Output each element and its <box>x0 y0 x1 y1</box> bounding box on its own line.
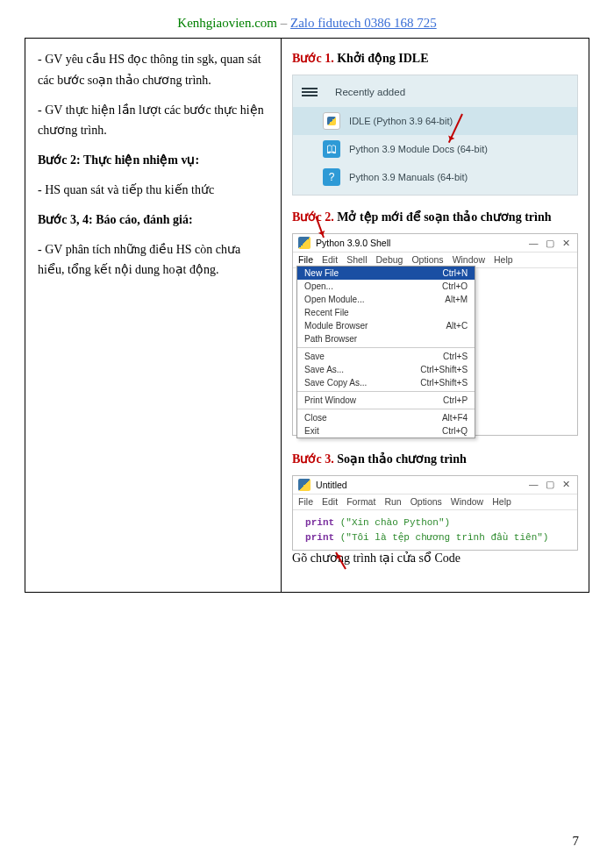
menu-item-label: Close <box>304 413 327 423</box>
menubar: File Edit Format Run Options Window Help <box>293 494 577 510</box>
left-h3: Bước 3, 4: Báo cáo, đánh giá: <box>38 210 268 231</box>
python-icon <box>298 237 311 249</box>
step3-wrap: Untitled — ▢ ✕ File Edit Format Run Opti… <box>292 475 578 566</box>
menu-separator <box>297 409 475 409</box>
python-icon <box>323 112 340 130</box>
code-string: ("Tôi là tệp chương trình đầu tiên") <box>340 532 549 543</box>
step2-title: Bước 2. Mở tệp mới để soạn thảo chương t… <box>292 210 578 224</box>
menu-item-close[interactable]: CloseAlt+F4 <box>297 411 475 424</box>
menu-item-shortcut: Ctrl+Q <box>442 426 468 436</box>
menu-item-label: Exit <box>304 426 319 436</box>
left-h2: Bước 2: Thực hiện nhiệm vụ: <box>38 150 268 171</box>
right-column: Bước 1. Khởi động IDLE Recently added ID… <box>282 39 589 592</box>
menu-item-newfile[interactable]: New FileCtrl+N <box>297 267 475 280</box>
menu-shell[interactable]: Shell <box>346 254 367 265</box>
code-keyword: print <box>305 532 340 543</box>
menu-item-print[interactable]: Print WindowCtrl+P <box>297 394 475 407</box>
menu-window[interactable]: Window <box>451 496 483 507</box>
menu-item-shortcut: Ctrl+N <box>442 268 468 278</box>
menu-item-open[interactable]: Open...Ctrl+O <box>297 280 475 293</box>
left-p3: - HS quan sát và tiếp thu kiến thức <box>38 180 268 201</box>
menu-edit[interactable]: Edit <box>322 254 338 265</box>
menu-help[interactable]: Help <box>492 496 511 507</box>
menu-item-shortcut: Ctrl+O <box>442 281 468 291</box>
menu-item-recent[interactable]: Recent File <box>297 306 475 319</box>
step2-red: Bước 2. <box>292 210 334 224</box>
menu-format[interactable]: Format <box>346 496 375 507</box>
menu-options[interactable]: Options <box>411 254 443 265</box>
file-menu-dropdown: New FileCtrl+N Open...Ctrl+O Open Module… <box>296 266 475 438</box>
menu-window[interactable]: Window <box>453 254 485 265</box>
menu-item-label: Module Browser <box>304 321 368 331</box>
start-item-label: IDLE (Python 3.9 64-bit) <box>349 116 453 126</box>
step1-title: Bước 1. Khởi động IDLE <box>292 51 578 66</box>
close-button[interactable]: ✕ <box>561 238 572 248</box>
left-p1: - GV yêu cầu HS đọc thông tin sgk, quan … <box>38 49 268 91</box>
menu-item-label: Open Module... <box>304 295 364 304</box>
start-item-docs[interactable]: 🕮 Python 3.9 Module Docs (64-bit) <box>293 135 577 163</box>
start-topbar: Recently added <box>293 81 577 107</box>
menu-debug[interactable]: Debug <box>375 254 403 265</box>
left-column: - GV yêu cầu HS đọc thông tin sgk, quan … <box>25 39 282 592</box>
doc-icon: 🕮 <box>323 140 340 158</box>
menu-item-shortcut: Alt+M <box>445 295 468 304</box>
recently-added-label: Recently added <box>335 87 405 97</box>
menu-item-pathbrowser[interactable]: Path Browser <box>297 332 475 345</box>
code-editor[interactable]: print ("Xin chào Python") print ("Tôi là… <box>293 510 577 550</box>
menu-item-label: Print Window <box>304 395 356 405</box>
menu-separator <box>297 347 475 348</box>
step2-screenshot: Python 3.9.0 Shell — ▢ ✕ File Edit Shell… <box>292 233 578 436</box>
menu-item-shortcut: Ctrl+S <box>443 352 468 361</box>
menu-item-savecopy[interactable]: Save Copy As...Ctrl+Shift+S <box>297 376 475 389</box>
start-item-idle[interactable]: IDLE (Python 3.9 64-bit) <box>293 107 577 135</box>
hamburger-icon[interactable] <box>302 86 318 98</box>
content-frame: - GV yêu cầu HS đọc thông tin sgk, quan … <box>25 38 589 593</box>
menu-edit[interactable]: Edit <box>322 496 338 507</box>
menu-item-exit[interactable]: ExitCtrl+Q <box>297 424 475 438</box>
maximize-button[interactable]: ▢ <box>545 238 555 248</box>
code-keyword: print <box>305 517 340 528</box>
step1-rest: Khởi động IDLE <box>334 52 429 65</box>
menu-item-save[interactable]: SaveCtrl+S <box>297 350 475 363</box>
start-item-manuals[interactable]: ? Python 3.9 Manuals (64-bit) <box>293 163 577 191</box>
menu-item-saveas[interactable]: Save As...Ctrl+Shift+S <box>297 363 475 376</box>
code-string: ("Xin chào Python") <box>340 517 450 528</box>
minimize-button[interactable]: — <box>528 479 539 489</box>
menu-item-shortcut: Alt+C <box>446 321 468 331</box>
left-p2: - GV thực hiện lần lượt các bước thực hi… <box>38 100 268 142</box>
window-titlebar: Python 3.9.0 Shell — ▢ ✕ <box>293 234 577 253</box>
step3-red: Bước 3. <box>292 452 334 466</box>
step3-rest: Soạn thảo chương trình <box>334 452 467 466</box>
site-name[interactable]: Kenhgiaovien.com <box>177 16 277 30</box>
menu-file[interactable]: File <box>298 254 313 265</box>
menu-separator <box>297 391 475 392</box>
window-titlebar: Untitled — ▢ ✕ <box>293 476 577 494</box>
minimize-button[interactable]: — <box>528 238 539 248</box>
menu-item-shortcut: Ctrl+P <box>443 395 468 405</box>
menu-item-label: Open... <box>304 281 333 291</box>
step1-red: Bước 1. <box>292 52 334 65</box>
zalo-link[interactable]: Zalo fidutech 0386 168 725 <box>290 16 437 30</box>
maximize-button[interactable]: ▢ <box>545 479 555 489</box>
help-icon: ? <box>323 168 340 186</box>
page-number: 7 <box>573 834 580 849</box>
menu-item-label: Path Browser <box>304 334 357 344</box>
step3-title: Bước 3. Soạn thảo chương trình <box>292 452 578 466</box>
menu-file[interactable]: File <box>298 496 313 507</box>
window-title: Untitled <box>316 480 347 490</box>
python-icon <box>298 479 311 491</box>
menu-item-openmodule[interactable]: Open Module...Alt+M <box>297 293 475 306</box>
step2-rest: Mở tệp mới để soạn thảo chương trình <box>334 210 552 224</box>
menu-run[interactable]: Run <box>384 496 401 507</box>
menu-item-shortcut: Ctrl+Shift+S <box>420 378 468 388</box>
start-item-label: Python 3.9 Module Docs (64-bit) <box>349 144 488 154</box>
menu-item-label: Recent File <box>304 308 349 317</box>
menu-options[interactable]: Options <box>411 496 442 507</box>
menu-item-modulebrowser[interactable]: Module BrowserAlt+C <box>297 319 475 332</box>
menu-item-label: Save <box>304 352 325 361</box>
page-header: Kenhgiaovien.com – Zalo fidutech 0386 16… <box>0 0 614 38</box>
step3-screenshot: Untitled — ▢ ✕ File Edit Format Run Opti… <box>292 475 578 551</box>
menu-help[interactable]: Help <box>494 254 513 265</box>
close-button[interactable]: ✕ <box>561 479 572 489</box>
menu-item-shortcut: Alt+F4 <box>442 413 468 423</box>
